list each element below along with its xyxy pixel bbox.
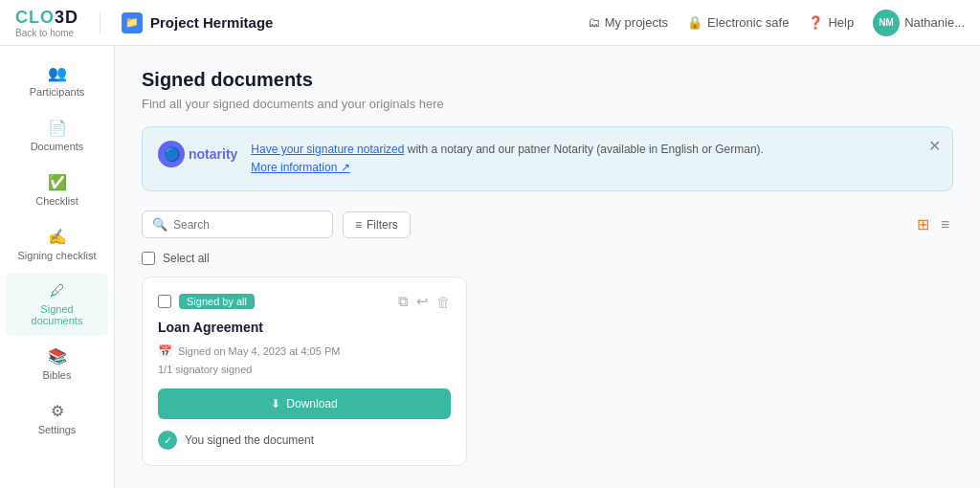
sidebar-item-checklist[interactable]: ✅ Checklist [6, 164, 108, 216]
header-left: CLO3D Back to home 📁 Project Hermitage [15, 8, 588, 38]
signatory-info: 1/1 signatory signed [158, 364, 451, 375]
sidebar-label-signed-documents: Signed documents [13, 303, 100, 326]
user-name: Nathanie... [904, 15, 965, 30]
download-icon: ⬇ [271, 397, 280, 410]
notarity-brand: 🔵 notarity [158, 141, 237, 167]
banner-close-button[interactable]: ✕ [928, 137, 941, 155]
bibles-icon: 📚 [48, 347, 67, 366]
sidebar-item-participants[interactable]: 👥 Participants [6, 55, 108, 107]
content-area: Signed documents Find all your signed do… [115, 46, 980, 488]
select-all-label: Select all [163, 252, 210, 265]
top-header: CLO3D Back to home 📁 Project Hermitage 🗂… [0, 0, 980, 46]
header-divider [100, 11, 100, 34]
settings-icon: ⚙ [51, 402, 64, 420]
select-all-row: Select all [142, 252, 953, 265]
select-all-checkbox[interactable] [142, 252, 155, 265]
signed-documents-icon: 🖊 [50, 282, 65, 299]
logo-area: CLO3D Back to home [15, 8, 78, 38]
sidebar-label-participants: Participants [30, 86, 84, 98]
sidebar: 👥 Participants 📄 Documents ✅ Checklist ✍… [0, 46, 115, 488]
notarity-description: with a notary and our patner Notarity (a… [404, 143, 764, 156]
participants-icon: 👥 [48, 64, 67, 82]
calendar-icon: 📅 [158, 344, 172, 358]
sidebar-label-settings: Settings [38, 424, 77, 435]
page-subtitle: Find all your signed documents and your … [142, 97, 953, 111]
header-right: 🗂 My projects 🔒 Electronic safe ❓ Help N… [588, 10, 965, 36]
help-icon: ❓ [808, 15, 823, 30]
logo-text: CLO3D [15, 8, 78, 28]
signed-status: ✓ You signed the document [158, 431, 451, 450]
search-input[interactable] [173, 218, 323, 232]
download-label: Download [286, 397, 337, 410]
filter-icon: ≡ [355, 218, 362, 232]
page-title: Signed documents [142, 69, 953, 91]
download-button[interactable]: ⬇ Download [158, 388, 451, 419]
toolbar: 🔍 ≡ Filters ⊞ ≡ [142, 211, 953, 238]
sidebar-label-bibles: Bibles [43, 369, 72, 381]
sidebar-item-signing-checklist[interactable]: ✍ Signing checklist [6, 218, 108, 271]
main-layout: 👥 Participants 📄 Documents ✅ Checklist ✍… [0, 46, 980, 488]
notarity-bubble-icon: 🔵 [158, 141, 185, 167]
filter-button[interactable]: ≡ Filters [343, 211, 411, 238]
more-info-link[interactable]: More information ↗ [251, 161, 349, 174]
filter-label: Filters [367, 218, 398, 232]
sidebar-item-settings[interactable]: ⚙ Settings [6, 392, 108, 445]
search-icon: 🔍 [152, 217, 167, 232]
grid-view-button[interactable]: ⊞ [913, 211, 933, 237]
lock-icon: 🔒 [687, 15, 702, 30]
search-box[interactable]: 🔍 [142, 211, 333, 238]
project-name: Project Hermitage [150, 14, 273, 31]
document-title: Loan Agreement [158, 320, 451, 335]
help-label: Help [828, 15, 854, 30]
card-header: Signed by all ⧉ ↩ 🗑 [158, 293, 451, 310]
notarity-banner: 🔵 notarity Have your signature notarized… [142, 126, 953, 191]
card-header-left: Signed by all [158, 294, 255, 309]
sidebar-item-documents[interactable]: 📄 Documents [6, 109, 108, 162]
card-actions: ⧉ ↩ 🗑 [398, 293, 451, 310]
document-card-loan-agreement: Signed by all ⧉ ↩ 🗑 Loan Agreement 📅 Sig… [142, 277, 467, 466]
document-meta: 📅 Signed on May 4, 2023 at 4:05 PM [158, 344, 451, 358]
my-projects-nav[interactable]: 🗂 My projects [588, 15, 668, 30]
sidebar-label-checklist: Checklist [35, 195, 78, 207]
document-checkbox[interactable] [158, 295, 171, 308]
notarity-brand-name: notarity [189, 146, 237, 162]
user-menu[interactable]: NM Nathanie... [873, 10, 965, 36]
delete-button[interactable]: 🗑 [436, 294, 451, 310]
signed-by-all-badge: Signed by all [179, 294, 255, 309]
check-icon: ✓ [158, 431, 177, 450]
list-view-button[interactable]: ≡ [937, 211, 953, 237]
view-toggle: ⊞ ≡ [913, 211, 953, 237]
share-button[interactable]: ↩ [416, 293, 429, 310]
checklist-icon: ✅ [48, 173, 67, 191]
back-home-label[interactable]: Back to home [15, 28, 78, 38]
sidebar-item-bibles[interactable]: 📚 Bibles [6, 338, 108, 390]
electronic-safe-nav[interactable]: 🔒 Electronic safe [687, 15, 789, 30]
documents-icon: 📄 [48, 119, 67, 137]
user-avatar: NM [873, 10, 900, 36]
signed-status-text: You signed the document [185, 433, 314, 447]
sidebar-label-signing-checklist: Signing checklist [18, 250, 97, 261]
folder-icon: 🗂 [588, 15, 600, 30]
sidebar-item-signed-documents[interactable]: 🖊 Signed documents [6, 273, 108, 336]
duplicate-button[interactable]: ⧉ [398, 293, 409, 310]
logo: CLO3D Back to home [15, 8, 78, 38]
project-title-area: 📁 Project Hermitage [122, 12, 273, 33]
signed-date: Signed on May 4, 2023 at 4:05 PM [178, 345, 340, 357]
sidebar-label-documents: Documents [31, 141, 84, 152]
electronic-safe-label: Electronic safe [707, 15, 789, 30]
my-projects-label: My projects [605, 15, 668, 30]
notarity-link[interactable]: Have your signature notarized [251, 143, 404, 156]
help-nav[interactable]: ❓ Help [808, 15, 854, 30]
signing-checklist-icon: ✍ [48, 228, 67, 246]
notarity-text: Have your signature notarized with a not… [251, 141, 937, 177]
project-icon: 📁 [122, 12, 143, 33]
